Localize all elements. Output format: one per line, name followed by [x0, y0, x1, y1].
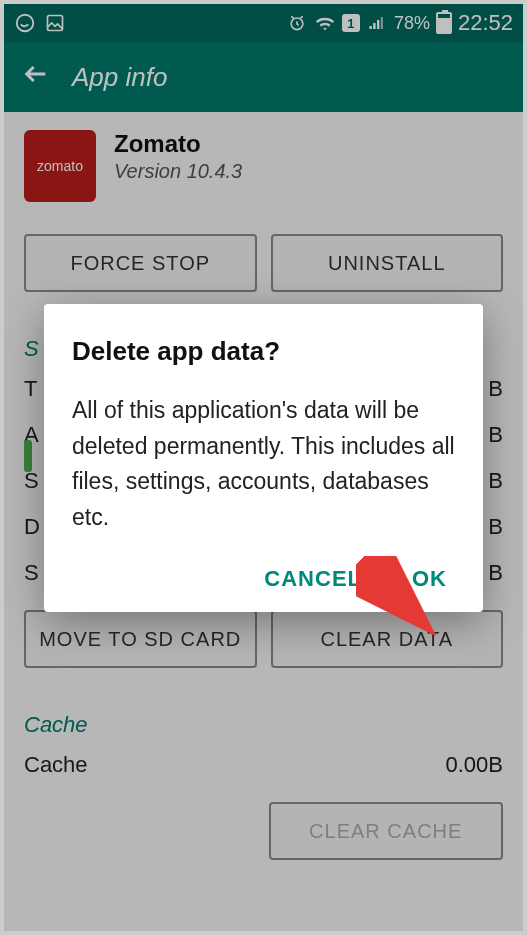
- cancel-button[interactable]: CANCEL: [264, 566, 362, 592]
- ok-button[interactable]: OK: [412, 566, 447, 592]
- screen: 1 78% 22:52 App info zomato Zomato Versi…: [4, 4, 523, 931]
- dialog-message: All of this application's data will be d…: [72, 393, 455, 536]
- dialog-title: Delete app data?: [72, 336, 455, 367]
- dialog-actions: CANCEL OK: [72, 566, 455, 592]
- delete-data-dialog: Delete app data? All of this application…: [44, 304, 483, 612]
